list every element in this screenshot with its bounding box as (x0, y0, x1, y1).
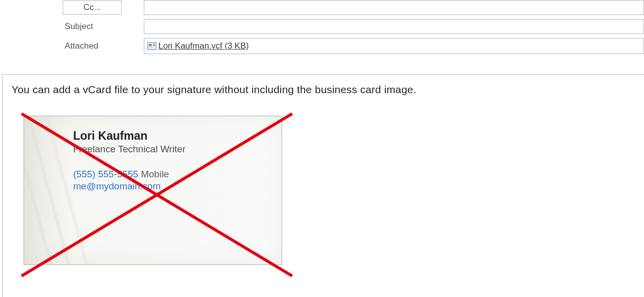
card-phone-number: (555) 555-5555 (73, 169, 138, 179)
card-name: Lori Kaufman (73, 129, 274, 143)
attached-label: Attached (63, 41, 144, 51)
cc-button[interactable]: Cc... (63, 1, 122, 15)
card-email: me@mydomain.com (73, 181, 274, 192)
email-header: Cc... Subject Attached Lori Kaufman.vcf … (0, 0, 644, 58)
subject-input[interactable] (144, 19, 644, 34)
subject-label: Subject (63, 22, 144, 32)
card-phone-label: Mobile (141, 169, 169, 179)
card-phone: (555) 555-5555 Mobile (73, 169, 274, 180)
business-card: Lori Kaufman Freelance Technical Writer … (24, 116, 282, 265)
cc-input[interactable] (144, 0, 644, 15)
cc-row: Cc... (63, 0, 644, 15)
body-text: You can add a vCard file to your signatu… (12, 84, 635, 96)
email-body[interactable]: You can add a vCard file to your signatu… (2, 74, 644, 297)
attached-row: Attached Lori Kaufman.vcf (3 KB) (63, 38, 644, 54)
vcard-icon (147, 42, 156, 50)
business-card-crossed: Lori Kaufman Freelance Technical Writer … (18, 111, 287, 274)
attachment-link[interactable]: Lori Kaufman.vcf (3 KB) (158, 41, 249, 51)
card-title: Freelance Technical Writer (73, 144, 274, 155)
attachment-field[interactable]: Lori Kaufman.vcf (3 KB) (144, 38, 644, 54)
subject-row: Subject (63, 19, 644, 34)
